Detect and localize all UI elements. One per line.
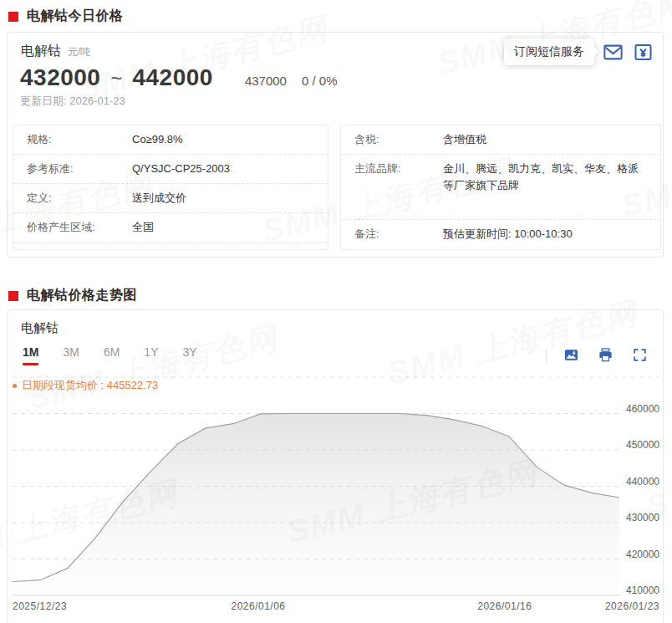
- product-unit: 元/吨: [68, 45, 90, 59]
- toolbar-divider: [546, 349, 547, 362]
- svg-text:430000: 430000: [626, 512, 659, 523]
- red-square-bullet-icon: [8, 291, 18, 301]
- mail-icon[interactable]: [601, 40, 624, 64]
- row-label: 价格产生区域:: [27, 219, 132, 236]
- row-label: 定义:: [27, 190, 132, 207]
- update-date: 更新日期: 2026-01-23: [20, 94, 125, 109]
- paid-subscription-icon[interactable]: [631, 40, 654, 64]
- section-title: 电解钴今日价格: [27, 8, 124, 25]
- print-icon[interactable]: [598, 347, 613, 363]
- price-row: 432000 ~ 442000 437000 0 / 0%: [20, 64, 337, 91]
- quote-actions: 订阅短信服务: [504, 38, 654, 65]
- tab-3y[interactable]: 3Y: [182, 345, 196, 365]
- table-row: 备注: 预估更新时间: 10:00-10:30: [341, 219, 660, 248]
- subscribe-sms-button[interactable]: 订阅短信服务: [504, 38, 594, 65]
- row-label: 备注:: [354, 226, 443, 243]
- chart-toolbar: [546, 347, 649, 363]
- spec-table-left: 规格: Co≥99.8% 参考标准: Q/YSJC-CP25-2003 定义: …: [13, 125, 328, 250]
- tab-6m[interactable]: 6M: [104, 345, 120, 365]
- price-trend-chart[interactable]: 4600004500004400004300004200004100002025…: [8, 373, 666, 623]
- product-name: 电解钴: [21, 43, 61, 60]
- section-header-today-price: 电解钴今日价格: [8, 8, 124, 25]
- row-label: 数据起止日期:: [27, 249, 132, 250]
- row-label: 含税:: [354, 131, 443, 148]
- tab-1m[interactable]: 1M: [23, 345, 38, 365]
- row-value: Q/YSJC-CP25-2003: [132, 161, 314, 177]
- row-value: 送到成交价: [132, 190, 314, 207]
- price-average: 437000: [245, 74, 287, 88]
- svg-text:2025/12/23: 2025/12/23: [13, 600, 67, 612]
- row-label: 规格:: [27, 131, 132, 148]
- row-value: Co≥99.8%: [132, 131, 314, 148]
- svg-text:2026/01/06: 2026/01/06: [231, 600, 285, 612]
- chart-product-title: 电解钴: [21, 320, 59, 336]
- page: 电解钴今日价格 电解钴 元/吨 订阅短信服务: [0, 0, 672, 623]
- table-row: 定义: 送到成交价: [13, 183, 328, 212]
- svg-text:2026/01/16: 2026/01/16: [477, 600, 532, 612]
- legend-text: 日期段现货均价 : 445522.73: [22, 378, 158, 393]
- table-row: 含税: 含增值税: [341, 125, 660, 154]
- row-value: 含增值税: [443, 131, 647, 148]
- row-label: 参考标准:: [27, 161, 132, 177]
- table-row: 价格产生区域: 全国: [13, 212, 328, 242]
- chart-card: 电解钴 1M 3M 6M 1Y 3Y: [7, 309, 664, 623]
- price-high: 442000: [132, 64, 212, 91]
- svg-text:410000: 410000: [626, 585, 659, 596]
- tab-1y[interactable]: 1Y: [144, 345, 158, 365]
- table-row: 参考标准: Q/YSJC-CP25-2003: [13, 154, 328, 183]
- period-tabs: 1M 3M 6M 1Y 3Y: [23, 345, 221, 365]
- row-value: 预估更新时间: 10:00-10:30: [443, 226, 647, 243]
- table-row: 规格: Co≥99.8%: [13, 125, 328, 154]
- export-image-icon[interactable]: [563, 347, 579, 363]
- legend-dot-icon: [13, 384, 17, 388]
- price-low: 432000: [20, 64, 100, 91]
- row-value: 金川、腾远、凯力克、凯实、华友、格派等厂家旗下品牌: [443, 161, 647, 194]
- spec-table-right: 含税: 含增值税 主流品牌: 金川、腾远、凯力克、凯实、华友、格派等厂家旗下品牌…: [340, 125, 661, 250]
- svg-text:450000: 450000: [626, 439, 659, 451]
- product-line: 电解钴 元/吨: [21, 43, 90, 60]
- svg-text:440000: 440000: [626, 476, 659, 488]
- table-row: 主流品牌: 金川、腾远、凯力克、凯实、华友、格派等厂家旗下品牌: [341, 154, 660, 219]
- row-label: 主流品牌:: [354, 161, 443, 194]
- price-range-separator: ~: [110, 67, 122, 90]
- chart-series: [13, 414, 619, 596]
- row-value: 全国: [132, 219, 314, 236]
- chart-legend: 日期段现货均价 : 445522.73: [13, 378, 158, 393]
- svg-text:2026/01/23: 2026/01/23: [605, 600, 659, 612]
- row-value: 2006-12-25 至 --: [132, 249, 314, 250]
- quote-card: 电解钴 元/吨 订阅短信服务 4320: [7, 32, 664, 258]
- red-square-bullet-icon: [8, 12, 18, 22]
- svg-text:460000: 460000: [626, 403, 659, 415]
- section-header-trend-chart: 电解钴价格走势图: [8, 287, 137, 304]
- section-title: 电解钴价格走势图: [27, 287, 137, 304]
- tab-3m[interactable]: 3M: [63, 345, 79, 365]
- price-change: 0 / 0%: [302, 74, 338, 88]
- fullscreen-icon[interactable]: [632, 347, 648, 363]
- table-row: 数据起止日期: 2006-12-25 至 --: [13, 243, 328, 250]
- svg-text:420000: 420000: [626, 549, 659, 560]
